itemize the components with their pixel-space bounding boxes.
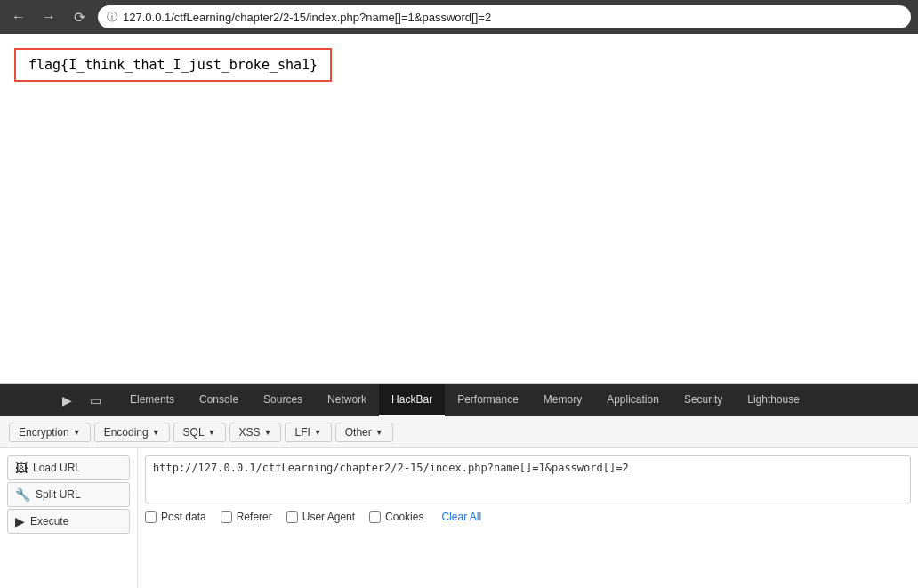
hackbar-options-row: Post data Referer User Agent Cookies Cle… (145, 511, 911, 523)
execute-button[interactable]: ▶ Execute (7, 509, 130, 534)
execute-label: Execute (30, 515, 68, 528)
user-agent-option[interactable]: User Agent (286, 511, 355, 523)
other-label: Other (345, 426, 372, 439)
xss-label: XSS (239, 426, 261, 439)
load-url-icon: 🖼 (15, 461, 28, 475)
split-url-button[interactable]: 🔧 Split URL (7, 482, 130, 507)
sql-label: SQL (183, 426, 205, 439)
reload-button[interactable]: ⟳ (68, 5, 91, 28)
tab-hackbar[interactable]: HackBar (379, 384, 445, 416)
encoding-dropdown: Encoding ▼ (94, 423, 170, 442)
xss-arrow-icon: ▼ (264, 428, 272, 437)
tab-security[interactable]: Security (672, 384, 735, 416)
hackbar-actions: 🖼 Load URL 🔧 Split URL ▶ Execute (0, 448, 138, 588)
xss-dropdown-button[interactable]: XSS ▼ (230, 423, 282, 442)
forward-button[interactable]: → (37, 5, 60, 28)
tab-network[interactable]: Network (315, 384, 379, 416)
tab-application[interactable]: Application (594, 384, 672, 416)
other-dropdown: Other ▼ (335, 423, 393, 442)
devtools-tabs-bar: ▶ ▭ Elements Console Sources Network Hac… (0, 384, 918, 416)
lfi-label: LFI (294, 426, 310, 439)
sql-dropdown: SQL ▼ (173, 423, 226, 442)
tab-sources[interactable]: Sources (251, 384, 315, 416)
xss-dropdown: XSS ▼ (230, 423, 282, 442)
load-url-label: Load URL (33, 462, 81, 474)
encoding-dropdown-button[interactable]: Encoding ▼ (94, 423, 170, 442)
referer-label: Referer (237, 511, 272, 523)
referer-option[interactable]: Referer (221, 511, 272, 523)
hackbar-toolbar: Encryption ▼ Encoding ▼ SQL ▼ XSS ▼ LFI (0, 416, 918, 448)
post-data-label: Post data (161, 511, 206, 523)
flag-display: flag{I_think_that_I_just_broke_sha1} (14, 48, 332, 82)
encoding-label: Encoding (104, 426, 149, 439)
lfi-dropdown-button[interactable]: LFI ▼ (285, 423, 331, 442)
lfi-dropdown: LFI ▼ (285, 423, 331, 442)
clear-all-button[interactable]: Clear All (441, 511, 481, 523)
devtools-panel: ▶ ▭ Elements Console Sources Network Hac… (0, 383, 918, 588)
tab-performance[interactable]: Performance (445, 384, 531, 416)
cookies-label: Cookies (385, 511, 423, 523)
user-agent-checkbox[interactable] (286, 511, 298, 523)
tab-lighthouse[interactable]: Lighthouse (735, 384, 812, 416)
lfi-arrow-icon: ▼ (314, 428, 322, 437)
encoding-arrow-icon: ▼ (152, 428, 160, 437)
url-input[interactable] (145, 455, 911, 503)
cookies-checkbox[interactable] (369, 511, 381, 523)
encryption-dropdown: Encryption ▼ (9, 423, 91, 442)
referer-checkbox[interactable] (221, 511, 232, 523)
encryption-arrow-icon: ▼ (73, 428, 81, 437)
device-toolbar-button[interactable]: ▭ (82, 384, 109, 416)
page-content: flag{I_think_that_I_just_broke_sha1} (0, 34, 918, 383)
tab-memory[interactable]: Memory (531, 384, 594, 416)
inspect-element-button[interactable]: ▶ (53, 384, 80, 416)
back-button[interactable]: ← (7, 5, 30, 28)
split-url-label: Split URL (36, 488, 81, 501)
address-text[interactable]: 127.0.0.1/ctfLearning/chapter2/2-15/inde… (123, 11, 491, 24)
other-arrow-icon: ▼ (375, 428, 383, 437)
post-data-option[interactable]: Post data (145, 511, 206, 523)
split-url-icon: 🔧 (15, 487, 30, 502)
execute-icon: ▶ (15, 514, 25, 528)
other-dropdown-button[interactable]: Other ▼ (335, 423, 393, 442)
flag-text: flag{I_think_that_I_just_broke_sha1} (28, 57, 318, 73)
load-url-button[interactable]: 🖼 Load URL (7, 455, 130, 480)
post-data-checkbox[interactable] (145, 511, 157, 523)
browser-toolbar: ← → ⟳ ⓘ 127.0.0.1/ctfLearning/chapter2/2… (0, 0, 918, 34)
devtools-icons: ▶ ▭ (53, 384, 109, 416)
encryption-label: Encryption (19, 426, 69, 439)
tab-console[interactable]: Console (187, 384, 251, 416)
sql-arrow-icon: ▼ (208, 428, 216, 437)
hackbar-url-area: Post data Referer User Agent Cookies Cle… (138, 448, 918, 588)
security-icon: ⓘ (107, 10, 117, 25)
address-bar: ⓘ 127.0.0.1/ctfLearning/chapter2/2-15/in… (98, 5, 911, 28)
tab-elements[interactable]: Elements (117, 384, 187, 416)
cookies-option[interactable]: Cookies (369, 511, 423, 523)
hackbar-body: 🖼 Load URL 🔧 Split URL ▶ Execute Post da… (0, 448, 918, 588)
encryption-dropdown-button[interactable]: Encryption ▼ (9, 423, 91, 442)
user-agent-label: User Agent (302, 511, 355, 523)
sql-dropdown-button[interactable]: SQL ▼ (173, 423, 226, 442)
